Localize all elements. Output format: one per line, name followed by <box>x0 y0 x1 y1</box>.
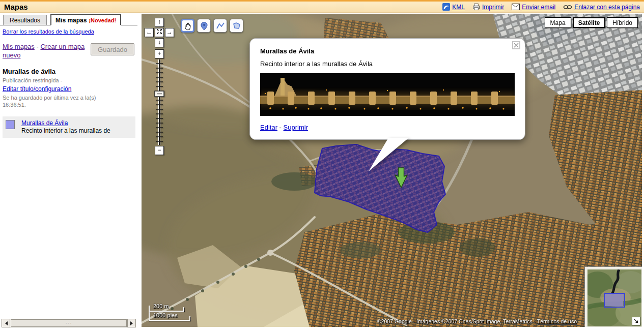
guardado-button[interactable]: Guardado <box>91 43 134 55</box>
link-to-page-label: Enlazar con esta página <box>574 4 640 11</box>
left-arrow-icon <box>3 321 8 325</box>
sidebar: Resultados Mis mapas¡Novedad! Borrar los… <box>0 13 137 329</box>
sidebar-body: Borrar los resultados de la búsqueda Gua… <box>0 25 137 138</box>
header-links: KML Imprimir Enviar email Enlazar con es… <box>442 3 640 11</box>
info-window-description: Recinto interior a las murallas de Ávila <box>260 60 515 68</box>
polygon-tool-button[interactable] <box>230 19 243 33</box>
map-title: Murallas de ávila <box>3 68 135 75</box>
info-window-close-button[interactable] <box>512 41 520 49</box>
scrollbar-thumb[interactable]: ··· <box>11 319 127 327</box>
scale-metric-label: 200 m <box>153 303 169 309</box>
polyline-tool-button[interactable] <box>213 19 227 33</box>
tab-mis-mapas[interactable]: Mis mapas¡Novedad! <box>50 14 121 25</box>
zoom-slider[interactable] <box>154 58 165 146</box>
email-link[interactable]: Enviar email <box>512 4 555 11</box>
link-to-page-link[interactable]: Enlazar con esta página <box>563 4 640 11</box>
feature-texts: Murallas de Ávila Recinto interior a las… <box>21 119 110 134</box>
print-link[interactable]: Imprimir <box>472 3 504 11</box>
info-window-title: Murallas de Ávila <box>260 47 515 55</box>
page-title: Mapas <box>4 3 28 11</box>
hand-tool-button[interactable] <box>181 19 194 33</box>
pan-down-button[interactable]: ↓ <box>155 38 164 47</box>
last-saved-line1: Se ha guardado por última vez a la(s) <box>3 95 96 101</box>
minimap-collapse-button[interactable] <box>632 317 640 325</box>
zoom-out-button[interactable]: − <box>155 146 164 155</box>
avila-walls-photo <box>260 73 515 116</box>
copyright-text: ©2007 Google - Imágenes ©2007 Cnes/Spot … <box>377 318 537 324</box>
map-type-mapa-button[interactable]: Mapa <box>545 17 571 28</box>
tab-mis-mapas-label: Mis mapas <box>55 17 87 24</box>
clear-results-link[interactable]: Borrar los resultados de la búsqueda <box>3 28 94 35</box>
terms-link[interactable]: Términos de uso <box>537 318 577 324</box>
info-window-tail <box>365 138 421 171</box>
email-label: Enviar email <box>522 4 555 11</box>
kml-earth-icon <box>442 3 450 11</box>
scale-imperial-label: 1000 pies <box>153 312 178 318</box>
center-crosshair-icon <box>156 28 162 35</box>
sidebar-horizontal-scrollbar[interactable]: ··· <box>2 319 136 327</box>
content-area: Resultados Mis mapas¡Novedad! Borrar los… <box>0 13 644 329</box>
header: Mapas KML Imprimir Enviar email <box>0 0 644 13</box>
my-maps-row: Guardado Mis mapas - Crear un mapa nuevo <box>3 42 135 59</box>
tab-resultados[interactable]: Resultados <box>3 15 47 25</box>
thumb-grip: ··· <box>66 320 72 326</box>
hand-icon <box>183 21 192 31</box>
novedad-badge: ¡Novedad! <box>89 17 116 23</box>
printer-icon <box>472 3 480 11</box>
scale-bar: 200 m 1000 pies <box>149 304 205 324</box>
scroll-right-button[interactable] <box>127 319 136 327</box>
kml-label: KML <box>452 4 465 11</box>
email-icon <box>512 4 520 10</box>
chain-link-icon <box>563 4 572 10</box>
info-window-actions: Editar - Suprimir <box>260 124 515 131</box>
google-maps-page: Mapas KML Imprimir Enviar email <box>0 0 644 329</box>
viewport-rectangle[interactable] <box>604 293 625 307</box>
placemark-icon <box>200 21 209 31</box>
last-saved-time: 16:36:51. <box>3 102 26 108</box>
actions-separator: - <box>279 124 282 131</box>
close-icon <box>514 43 519 48</box>
map-type-satelite-button[interactable]: Satélite <box>573 17 606 28</box>
feature-list-item[interactable]: Murallas de Ávila Recinto interior a las… <box>3 116 135 138</box>
scrollbar-track[interactable]: ··· <box>10 319 127 327</box>
sidebar-tabs: Resultados Mis mapas¡Novedad! <box>0 14 137 25</box>
zoom-in-button[interactable]: + <box>155 49 164 58</box>
pan-left-button[interactable]: ← <box>145 28 154 37</box>
edit-title-link[interactable]: Editar título/configuración <box>3 85 71 93</box>
polygon-icon <box>232 21 241 31</box>
feature-description: Recinto interior a las murallas de <box>21 127 110 134</box>
publication-status: Publicación restringida - <box>3 77 135 84</box>
link-separator: - <box>36 43 38 50</box>
map-copyright: ©2007 Google - Imágenes ©2007 Cnes/Spot … <box>377 318 577 324</box>
pan-right-button[interactable]: → <box>165 28 174 37</box>
map-type-hibrido-button[interactable]: Híbrido <box>607 17 638 28</box>
print-label: Imprimir <box>482 4 504 11</box>
pan-up-button[interactable]: ↑ <box>155 18 164 27</box>
mis-mapas-link[interactable]: Mis mapas <box>3 43 35 50</box>
last-saved-text: Se ha guardado por última vez a la(s) 16… <box>3 94 135 108</box>
kml-link[interactable]: KML <box>442 3 465 11</box>
polygon-color-swatch <box>6 120 15 129</box>
collapse-arrow-icon <box>633 318 639 324</box>
map-type-switcher: Mapa Satélite Híbrido <box>545 17 638 28</box>
feature-title-link[interactable]: Murallas de Ávila <box>21 119 68 127</box>
map-canvas[interactable]: ↑ ← → ↓ + <box>142 14 642 327</box>
zoom-slider-handle[interactable] <box>155 91 164 97</box>
info-window: Murallas de Ávila Recinto interior a las… <box>249 38 525 140</box>
overview-minimap[interactable] <box>584 266 642 327</box>
polyline-icon <box>216 21 225 31</box>
editar-link[interactable]: Editar <box>260 124 277 131</box>
right-arrow-icon <box>130 321 135 325</box>
drawing-toolbar <box>181 19 243 33</box>
scroll-left-button[interactable] <box>2 319 10 327</box>
pan-center-button[interactable] <box>155 28 164 37</box>
placemark-tool-button[interactable] <box>197 19 211 33</box>
suprimir-link[interactable]: Suprimir <box>284 124 308 131</box>
